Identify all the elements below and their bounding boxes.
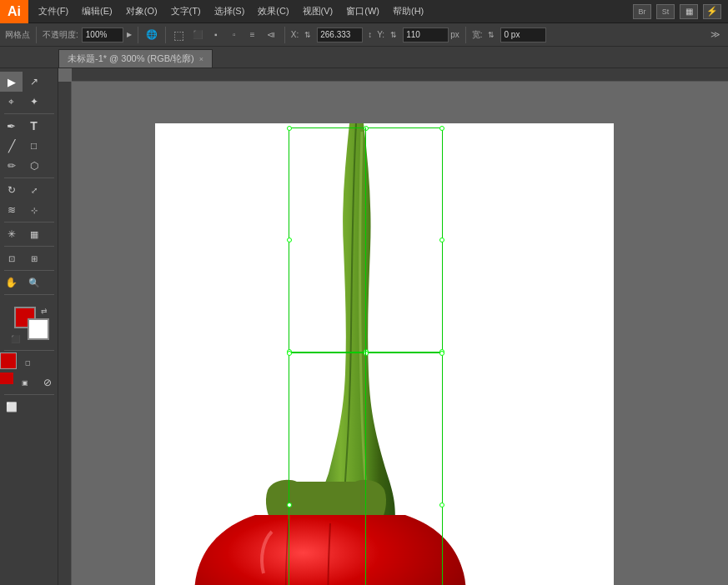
- color-swatches: ⇄ ⬛: [0, 300, 58, 348]
- magic-wand-tool[interactable]: ✦: [23, 92, 45, 112]
- menu-right: Br St ▦ ⚡: [633, 4, 728, 19]
- bridge-btn[interactable]: Br: [633, 4, 651, 19]
- hand-tool[interactable]: ✋: [0, 272, 23, 292]
- opacity-arrow[interactable]: ▶: [127, 31, 132, 38]
- separator-4: [284, 27, 285, 43]
- line-tool[interactable]: ╱: [0, 136, 23, 156]
- type-tool[interactable]: T: [23, 116, 45, 136]
- w-label: 宽:: [472, 29, 483, 41]
- opacity-input[interactable]: [82, 28, 123, 42]
- workspace-btn[interactable]: ▦: [680, 4, 698, 19]
- menu-bar: Ai 文件(F) 编辑(E) 对象(O) 文字(T) 选择(S) 效果(C) 视…: [0, 0, 728, 23]
- x-label: X:: [291, 30, 299, 39]
- tool-sep-2: [4, 178, 54, 178]
- tool-row-hand: ✋ 🔍: [0, 272, 58, 292]
- w-input[interactable]: [500, 28, 546, 42]
- rotate-tool[interactable]: ↻: [0, 180, 23, 200]
- separator-2: [138, 27, 138, 43]
- tool-row-pen: ✒ T: [0, 116, 58, 136]
- rect-tool[interactable]: □: [23, 136, 45, 156]
- tool-row-warp: ≋ ⊹: [0, 200, 58, 220]
- default-colors-icon[interactable]: ⬛: [11, 335, 20, 343]
- grid-label: 网格点: [5, 29, 30, 41]
- align-icon-5[interactable]: ≡: [245, 28, 260, 42]
- document-tab[interactable]: 未标题-1* @ 300% (RGB/轮廓) ×: [58, 49, 213, 68]
- tool-row-select: ▶ ↗: [0, 72, 58, 92]
- menu-help[interactable]: 帮助(H): [386, 2, 430, 21]
- canvas-area[interactable]: [58, 68, 728, 585]
- tab-bar: 未标题-1* @ 300% (RGB/轮廓) ×: [0, 47, 728, 68]
- tool-sep-1: [4, 113, 54, 114]
- stock-btn[interactable]: St: [656, 4, 675, 19]
- artboard: [155, 123, 614, 585]
- gradient-mode[interactable]: ▣: [13, 372, 36, 392]
- select-tool[interactable]: ▶: [0, 72, 23, 92]
- scale-tool[interactable]: ⤢: [23, 180, 45, 200]
- tab-close-btn[interactable]: ×: [199, 55, 203, 63]
- artboard-tool[interactable]: ⊡: [0, 248, 23, 268]
- more-options-icon[interactable]: ≫: [708, 28, 723, 42]
- globe-icon[interactable]: 🌐: [144, 28, 159, 42]
- fill-indicator[interactable]: [0, 352, 17, 369]
- options-bar: 网格点 不透明度: ▶ 🌐 ⬚ ⬛ ▪ ▫ ≡ ⧏ X: ⇅ ↕ Y: ⇅ px…: [0, 23, 728, 47]
- lasso-tool[interactable]: ⌖: [0, 92, 23, 112]
- column-graph-tool[interactable]: ▦: [23, 224, 45, 244]
- menu-type[interactable]: 文字(T): [164, 2, 208, 21]
- tool-row-symbol: ✳ ▦: [0, 224, 58, 244]
- separator-1: [36, 27, 37, 43]
- tool-row-artboard: ⊡ ⊞: [0, 248, 58, 268]
- menu-view[interactable]: 视图(V): [296, 2, 340, 21]
- tab-title: 未标题-1* @ 300% (RGB/轮廓): [68, 52, 194, 65]
- free-transform-tool[interactable]: ⊹: [23, 200, 45, 220]
- tool-sep-8: [4, 394, 54, 395]
- brush-tool[interactable]: ⬡: [23, 156, 45, 176]
- x-input[interactable]: [317, 28, 363, 42]
- swap-colors-icon[interactable]: ⇄: [41, 307, 48, 315]
- search-btn[interactable]: ⚡: [703, 4, 721, 19]
- none-mode[interactable]: ⊘: [36, 372, 58, 392]
- ruler-top: [72, 68, 728, 82]
- x-unit: ↕: [368, 30, 372, 39]
- tool-row-rotate: ↻ ⤢: [0, 180, 58, 200]
- tool-sep-7: [4, 350, 54, 351]
- color-mode[interactable]: [0, 372, 13, 384]
- separator-3: [165, 27, 166, 43]
- swatch-row: ⇄ ⬛: [4, 303, 54, 345]
- screen-mode[interactable]: ⬜: [0, 397, 23, 417]
- align-icon-4[interactable]: ▫: [227, 28, 242, 42]
- pen-tool[interactable]: ✒: [0, 116, 23, 136]
- y-chain-icon: ⇅: [386, 28, 401, 42]
- background-color[interactable]: [28, 318, 49, 340]
- y-unit: px: [450, 30, 459, 39]
- y-input[interactable]: [403, 28, 449, 42]
- align-icon-1[interactable]: ⬚: [172, 28, 187, 42]
- canvas-background: [72, 82, 728, 585]
- menu-object[interactable]: 对象(O): [119, 2, 164, 21]
- menu-edit[interactable]: 编辑(E): [75, 2, 119, 21]
- w-coord: 宽: ⇅: [472, 28, 547, 42]
- app-logo: Ai: [0, 0, 28, 23]
- stroke-indicator[interactable]: ◻: [17, 352, 39, 372]
- warp-tool[interactable]: ≋: [0, 200, 23, 220]
- zoom-tool[interactable]: 🔍: [23, 272, 45, 292]
- menu-effect[interactable]: 效果(C): [251, 2, 295, 21]
- menu-select[interactable]: 选择(S): [208, 2, 252, 21]
- align-icon-2[interactable]: ⬛: [190, 28, 205, 42]
- pepper-body-svg: [188, 473, 472, 585]
- tool-sep-3: [4, 222, 54, 222]
- menu-file[interactable]: 文件(F): [32, 2, 75, 21]
- symbol-spray-tool[interactable]: ✳: [0, 224, 23, 244]
- tool-row-line: ╱ □: [0, 136, 58, 156]
- direct-select-tool[interactable]: ↗: [23, 72, 45, 92]
- x-coord: X: ⇅: [291, 28, 363, 42]
- tool-row-lasso: ⌖ ✦: [0, 92, 58, 112]
- tool-row-pencil: ✏ ⬡: [0, 156, 58, 176]
- tool-sep-5: [4, 270, 54, 271]
- slice-tool[interactable]: ⊞: [23, 248, 45, 268]
- pencil-tool[interactable]: ✏: [0, 156, 23, 176]
- align-icon-6[interactable]: ⧏: [264, 28, 279, 42]
- align-icon-3[interactable]: ▪: [208, 28, 223, 42]
- tool-sep-4: [4, 246, 54, 247]
- menu-window[interactable]: 窗口(W): [339, 2, 386, 21]
- tool-row-screenmode: ⬜: [0, 397, 58, 417]
